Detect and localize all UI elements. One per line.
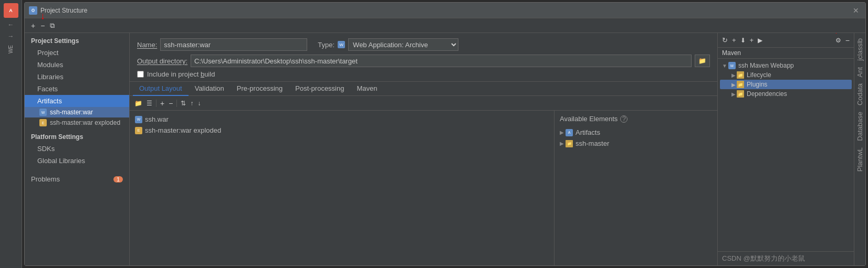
problems-badge: 1 <box>113 176 123 183</box>
problems-row[interactable]: Problems 1 <box>25 171 129 187</box>
tab-content: 📁 ☰ + − ⇅ ↑ ↓ <box>130 96 717 265</box>
maven-refresh-btn[interactable]: ↻ <box>720 36 729 45</box>
maven-download-btn[interactable]: ⬇ <box>739 36 747 45</box>
ide-nav-forward[interactable]: → <box>7 31 15 41</box>
maven-plus-btn[interactable]: + <box>748 36 756 45</box>
plugins-folder-icon: 📁 <box>737 81 744 88</box>
ssh-master-group-icon: 📁 <box>566 140 573 147</box>
vert-tab-jclasslb[interactable]: jclasslb <box>854 35 865 64</box>
tab-validation[interactable]: Validation <box>189 82 231 96</box>
copy-artifact-button[interactable]: ⧉ <box>48 21 57 30</box>
ide-left-bar: A ← → WE <box>0 0 22 268</box>
vert-tab-ant[interactable]: Ant <box>854 64 865 81</box>
artifact-list-item-war[interactable]: W ssh-master:war <box>25 107 129 117</box>
tab-post-processing[interactable]: Post-processing <box>289 82 350 96</box>
artifact-sort-btn[interactable]: ⇅ <box>179 99 187 108</box>
artifact-list-view-btn[interactable]: ☰ <box>145 99 154 108</box>
artifacts-chevron-icon: ▶ <box>560 130 564 135</box>
sidebar-item-facets[interactable]: Facets <box>25 83 129 95</box>
tab-maven[interactable]: Maven <box>350 82 383 96</box>
maven-title: Maven <box>722 49 850 57</box>
name-label: Name: <box>137 41 157 49</box>
artifact-down-btn[interactable]: ↓ <box>196 99 202 108</box>
dependencies-chevron: ▶ <box>731 91 736 97</box>
tab-output-layout[interactable]: Output Layout <box>133 82 189 96</box>
artifact-remove-btn[interactable]: − <box>167 99 174 108</box>
name-input[interactable] <box>160 38 307 51</box>
tree-item-ssh-war[interactable]: W ssh.war <box>133 114 551 125</box>
include-checkbox-row: Include in project build <box>137 70 710 78</box>
available-artifacts-group[interactable]: ▶ A Artifacts <box>558 127 714 138</box>
maven-run-btn[interactable]: ▶ <box>756 36 764 45</box>
artifact-content-toolbar: 📁 ☰ + − ⇅ ↑ ↓ <box>130 96 717 111</box>
browse-folder-button[interactable]: 📁 <box>695 55 710 67</box>
maven-tree-item-lifecycle[interactable]: ▶ 📁 Lifecycle <box>720 70 852 80</box>
tree-item-ssh-master-exploded[interactable]: E ssh-master:war exploded <box>133 125 551 136</box>
output-path-input[interactable] <box>191 55 692 67</box>
ide-label: WE <box>8 45 14 53</box>
add-artifact-button[interactable]: + <box>29 21 37 30</box>
maven-root-chevron: ▼ <box>722 63 727 69</box>
vert-tab-database[interactable]: Database <box>854 109 865 144</box>
output-label: Output directory: <box>137 57 187 65</box>
artifacts-group-icon: A <box>566 129 573 136</box>
sidebar-item-modules[interactable]: Modules <box>25 59 129 71</box>
sidebar-item-artifacts[interactable]: Artifacts <box>25 95 129 107</box>
ide-logo: A <box>4 3 18 18</box>
sidebar: Project Settings Project Modules Librari… <box>25 33 130 265</box>
maven-settings-btn[interactable]: ⚙ <box>834 36 843 45</box>
tabs-bar: Output Layout Validation Pre-processing … <box>130 82 717 96</box>
sidebar-item-libraries[interactable]: Libraries <box>25 71 129 83</box>
left-tree-panel: W ssh.war E ssh-master:war exploded <box>130 111 555 265</box>
red-arrow-indicator: − ↑ <box>38 21 47 30</box>
project-structure-dialog: ⚙ Project Structure ✕ + − ↑ ⧉ Project Se… <box>24 2 866 266</box>
vert-tab-codata[interactable]: Codata <box>854 80 865 109</box>
output-directory-row: Output directory: 📁 <box>137 55 710 67</box>
maven-tree-item-plugins[interactable]: ▶ 📁 Plugins <box>720 80 852 89</box>
platform-settings-section-title: Platform Settings <box>25 128 129 143</box>
ide-nav-back[interactable]: ← <box>7 20 15 29</box>
include-in-build-checkbox[interactable] <box>137 71 144 78</box>
toolbar-sep2 <box>176 100 177 107</box>
plugins-chevron: ▶ <box>731 82 736 88</box>
available-elements-panel: Available Elements ? ▶ A Artifacts <box>555 111 717 265</box>
maven-tree-item-dependencies[interactable]: ▶ 📁 Dependencies <box>720 89 852 99</box>
dialog-title: Project Structure <box>40 7 851 14</box>
ssh-master-exploded-icon: E <box>135 127 142 134</box>
maven-add-btn[interactable]: + <box>730 36 738 45</box>
available-elements-header: Available Elements ? <box>558 114 714 124</box>
dialog-icon: ⚙ <box>29 6 37 15</box>
maven-tree-item-root[interactable]: ▼ M ssh Maven Webapp <box>720 61 852 70</box>
dependencies-folder-icon: 📁 <box>737 90 744 98</box>
exploded-artifact-icon: E <box>39 119 47 126</box>
sidebar-item-project[interactable]: Project <box>25 47 129 59</box>
available-help-icon[interactable]: ? <box>620 115 628 123</box>
content-split: W ssh.war E ssh-master:war exploded <box>130 111 717 265</box>
include-label: Include in project build <box>147 70 215 78</box>
toolbar-sep1 <box>156 100 156 107</box>
dialog-titlebar: ⚙ Project Structure ✕ <box>25 3 865 18</box>
ssh-war-icon: W <box>135 116 142 123</box>
sidebar-item-sdks[interactable]: SDKs <box>25 143 129 155</box>
right-vert-tabs: jclasslb Ant Codata Database PlantwL <box>854 33 865 265</box>
maven-minimize-btn[interactable]: − <box>844 36 851 45</box>
project-settings-section-title: Project Settings <box>25 33 129 47</box>
sidebar-item-global-libraries[interactable]: Global Libraries <box>25 155 129 167</box>
type-dropdown[interactable]: Web Application: Archive <box>348 38 458 51</box>
maven-project-icon: M <box>728 62 736 69</box>
lifecycle-folder-icon: 📁 <box>737 71 744 79</box>
artifact-add-btn[interactable]: + <box>159 99 166 108</box>
artifact-up-btn[interactable]: ↑ <box>189 99 195 108</box>
available-ssh-master-group[interactable]: ▶ 📁 ssh-master <box>558 138 714 149</box>
vert-tab-plantwl[interactable]: PlantwL <box>854 144 865 175</box>
ssh-master-chevron-icon: ▶ <box>560 141 564 146</box>
main-content: Name: Type: W Web Application: Archive O… <box>130 33 717 265</box>
artifact-folder-btn[interactable]: 📁 <box>133 99 144 108</box>
available-header-text: Available Elements <box>560 115 618 123</box>
artifact-list-item-exploded[interactable]: E ssh-master:war exploded <box>25 117 129 128</box>
tab-pre-processing[interactable]: Pre-processing <box>231 82 289 96</box>
dialog-close-button[interactable]: ✕ <box>851 7 861 14</box>
remove-artifact-button[interactable]: − <box>38 21 47 30</box>
name-type-row: Name: Type: W Web Application: Archive <box>137 38 710 51</box>
lifecycle-chevron: ▶ <box>731 72 736 78</box>
